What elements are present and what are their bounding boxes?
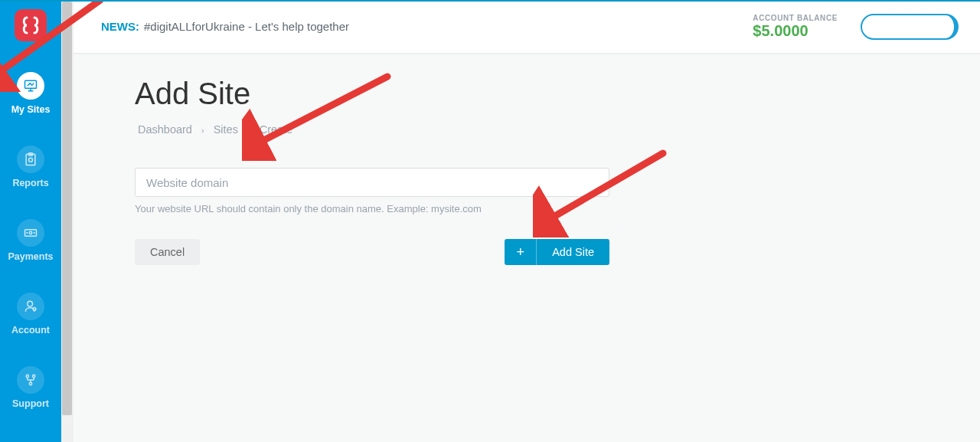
breadcrumb-sites[interactable]: Sites — [214, 123, 238, 136]
breadcrumb-create: Create — [260, 123, 293, 136]
sidebar-item-label: Reports — [12, 178, 48, 188]
clipboard-icon — [17, 146, 44, 173]
sidebar-item-my-sites[interactable]: My Sites — [0, 72, 61, 115]
scrollbar[interactable] — [61, 0, 74, 442]
page-title: Add Site — [135, 77, 919, 111]
sidebar-item-label: My Sites — [11, 104, 51, 115]
main-area: NEWS: #digitALLforUkraine - Let's help t… — [74, 0, 980, 442]
money-icon — [17, 219, 44, 247]
news-label: NEWS: — [101, 20, 139, 33]
topbar-pill-button[interactable] — [861, 14, 959, 40]
sidebar-item-label: Payments — [8, 251, 53, 262]
sidebar-item-support[interactable]: Support — [0, 366, 61, 409]
topbar: NEWS: #digitALLforUkraine - Let's help t… — [74, 0, 980, 54]
sidebar: My Sites Reports Payments Account Suppor — [0, 0, 61, 442]
breadcrumb-dashboard[interactable]: Dashboard — [138, 123, 192, 136]
svg-point-9 — [33, 308, 36, 311]
support-icon — [17, 366, 44, 394]
account-balance: ACCOUNT BALANCE $5.0000 — [753, 14, 838, 39]
plus-icon: + — [505, 239, 537, 265]
presentation-icon — [17, 72, 44, 100]
chevron-right-icon: › — [247, 126, 250, 135]
balance-value: $5.0000 — [753, 22, 838, 39]
breadcrumb: Dashboard › Sites › Create — [135, 123, 919, 136]
sidebar-item-label: Account — [11, 325, 50, 336]
sidebar-item-account[interactable]: Account — [0, 293, 61, 336]
balance-label: ACCOUNT BALANCE — [753, 14, 838, 22]
svg-point-3 — [29, 158, 33, 162]
app-logo[interactable] — [15, 9, 47, 41]
svg-point-7 — [34, 233, 34, 234]
svg-point-8 — [28, 301, 33, 306]
website-domain-input[interactable] — [135, 168, 609, 197]
svg-point-12 — [29, 382, 31, 385]
content: Add Site Dashboard › Sites › Create Your… — [74, 54, 980, 288]
helper-text: Your website URL should contain only the… — [135, 203, 609, 214]
svg-point-6 — [27, 233, 28, 234]
sidebar-item-reports[interactable]: Reports — [0, 146, 61, 188]
svg-point-5 — [29, 231, 31, 234]
news-link[interactable]: #digitALLforUkraine - Let's help togethe… — [144, 20, 349, 33]
cancel-button[interactable]: Cancel — [135, 239, 200, 265]
user-icon — [17, 293, 44, 320]
chevron-right-icon: › — [201, 126, 204, 135]
add-site-label: Add Site — [537, 239, 609, 265]
svg-point-10 — [26, 375, 28, 377]
sidebar-item-payments[interactable]: Payments — [0, 219, 61, 262]
add-site-button[interactable]: + Add Site — [505, 239, 609, 265]
svg-point-11 — [33, 375, 35, 377]
sidebar-item-label: Support — [12, 398, 49, 409]
